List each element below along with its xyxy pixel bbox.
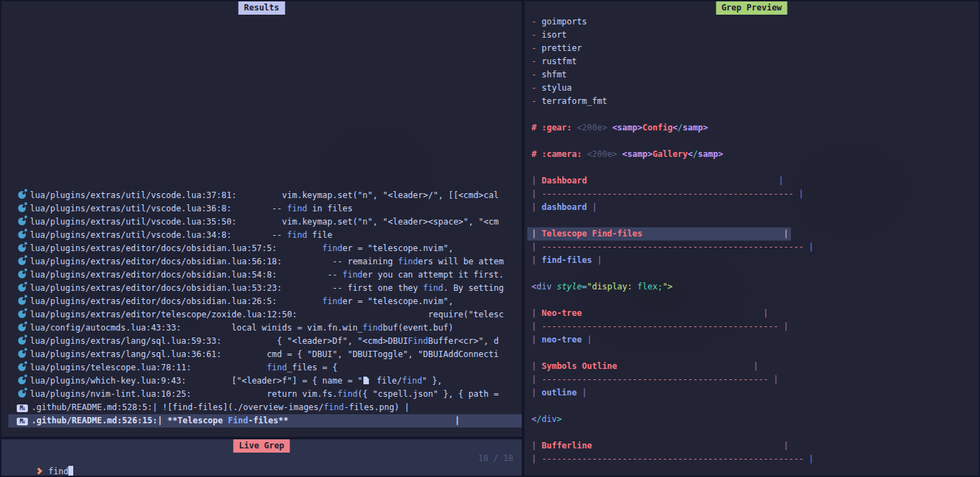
text-cursor [68, 466, 73, 476]
preview-line-highlighted: | Telescope Find-files | [525, 227, 979, 241]
result-row[interactable]: lua/plugins/extras/editor/docs/obsidian.… [1, 268, 522, 282]
lua-icon [18, 244, 26, 252]
result-row[interactable]: lua/plugins/extras/util/vscode.lua:36:8:… [1, 202, 522, 215]
preview-line [525, 294, 979, 307]
preview-line: | --------------------------------------… [525, 241, 979, 254]
preview-line: | Symbols Outline | [525, 360, 979, 373]
preview-line: - rustfmt [525, 55, 979, 68]
preview-line: | outline | [525, 386, 979, 400]
file-icon [363, 377, 369, 384]
lua-icon [18, 218, 26, 225]
result-row[interactable]: lua/plugins/extras/editor/docs/obsidian.… [1, 295, 522, 308]
results-list: lua/plugins/extras/util/vscode.lua:37:81… [1, 189, 522, 427]
preview-line: - isort [525, 29, 979, 42]
preview-line: | --------------------------------------… [525, 188, 979, 201]
lua-icon [18, 297, 26, 305]
result-row[interactable]: lua/plugins/extras/util/vscode.lua:34:8:… [1, 229, 522, 242]
lua-icon [18, 390, 26, 397]
lua-icon [18, 324, 26, 331]
prompt-panel-title: Live Grep [233, 439, 289, 453]
prompt-chevron-icon [36, 468, 43, 475]
lua-icon [18, 337, 26, 344]
result-counter: 18 / 18 [478, 452, 513, 465]
lua-icon [18, 284, 26, 292]
lua-icon [18, 231, 26, 238]
result-row[interactable]: lua/plugins/telescope.lua:78:11: find_fi… [1, 361, 522, 374]
preview-line: <div style="display: flex;"> [525, 280, 979, 294]
lua-icon [18, 310, 26, 318]
result-row[interactable]: lua/plugins/extras/util/vscode.lua:35:50… [1, 215, 522, 229]
preview-line: </div> [525, 413, 979, 426]
preview-line: | find-files | [525, 254, 979, 267]
lua-icon [18, 204, 26, 212]
preview-line: | --------------------------------------… [525, 453, 979, 466]
result-row[interactable]: lua/plugins/extras/editor/docs/obsidian.… [1, 242, 522, 255]
preview-line: | --------------------------------------… [525, 320, 979, 333]
preview-panel: Grep Preview - goimports- isort- prettie… [525, 1, 979, 476]
search-input[interactable]: find 18 / 18 [1, 452, 522, 465]
result-row[interactable]: lua/plugins/extras/editor/docs/obsidian.… [1, 282, 522, 295]
preview-line: | neo-tree | [525, 333, 979, 347]
preview-line [525, 214, 979, 227]
markdown-icon [17, 404, 28, 412]
result-row[interactable]: lua/config/autocmds.lua:43:33: local win… [1, 321, 522, 335]
lua-icon [18, 271, 26, 278]
preview-line: | Neo-tree | [525, 307, 979, 320]
search-query-text: find [48, 467, 68, 476]
result-row[interactable]: lua/plugins/which-key.lua:9:43: ["<leade… [1, 374, 522, 388]
preview-line [525, 267, 979, 280]
lua-icon [18, 257, 26, 265]
lua-icon [18, 191, 26, 199]
telescope-live-grep-screen: Results lua/plugins/extras/util/vscode.l… [0, 0, 980, 477]
results-panel-title: Results [239, 1, 285, 15]
preview-line [525, 347, 979, 360]
preview-line [525, 161, 979, 174]
preview-panel-title: Grep Preview [716, 1, 787, 15]
result-row[interactable]: lua/plugins/extras/util/vscode.lua:37:81… [1, 189, 522, 202]
lua-icon [18, 377, 26, 384]
preview-line [525, 135, 979, 148]
markdown-icon [17, 418, 28, 425]
preview-line: # :gear: <200e> <samp>Config</samp> [525, 121, 979, 135]
result-row[interactable]: lua/plugins/extras/lang/sql.lua:36:61: c… [1, 348, 522, 361]
result-row[interactable]: lua/plugins/extras/editor/telescope/zoxi… [1, 308, 522, 321]
preview-line [525, 108, 979, 121]
preview-line [525, 426, 979, 439]
prompt-panel[interactable]: Live Grep find 18 / 18 [1, 439, 522, 476]
result-row[interactable]: lua/plugins/extras/editor/docs/obsidian.… [1, 255, 522, 268]
preview-line: # :camera: <200e> <samp>Gallery</samp> [525, 148, 979, 161]
preview-line: - terraform_fmt [525, 95, 979, 108]
preview-content: - goimports- isort- prettier- rustfmt- s… [525, 15, 979, 466]
preview-line: - prettier [525, 42, 979, 55]
preview-line: - goimports [525, 15, 979, 29]
preview-line: | dashboard | [525, 201, 979, 214]
lua-icon [18, 363, 26, 371]
preview-line: - shfmt [525, 68, 979, 82]
preview-line: | --------------------------------------… [525, 373, 979, 386]
preview-line: | Bufferline | [525, 439, 979, 453]
result-row[interactable]: lua/plugins/nvim-lint.lua:10:25: return … [1, 388, 522, 401]
result-row-selected[interactable]: .github/README.md:526:15:| **Telescope F… [8, 414, 522, 427]
preview-line: | Dashboard | [525, 174, 979, 188]
lua-icon [18, 350, 26, 358]
preview-line [525, 400, 979, 413]
results-panel: Results lua/plugins/extras/util/vscode.l… [1, 1, 522, 437]
result-row[interactable]: .github/README.md:528:5:| ![find-files](… [1, 401, 522, 414]
preview-line: - stylua [525, 82, 979, 95]
result-row[interactable]: lua/plugins/extras/lang/sql.lua:59:33: {… [1, 335, 522, 348]
